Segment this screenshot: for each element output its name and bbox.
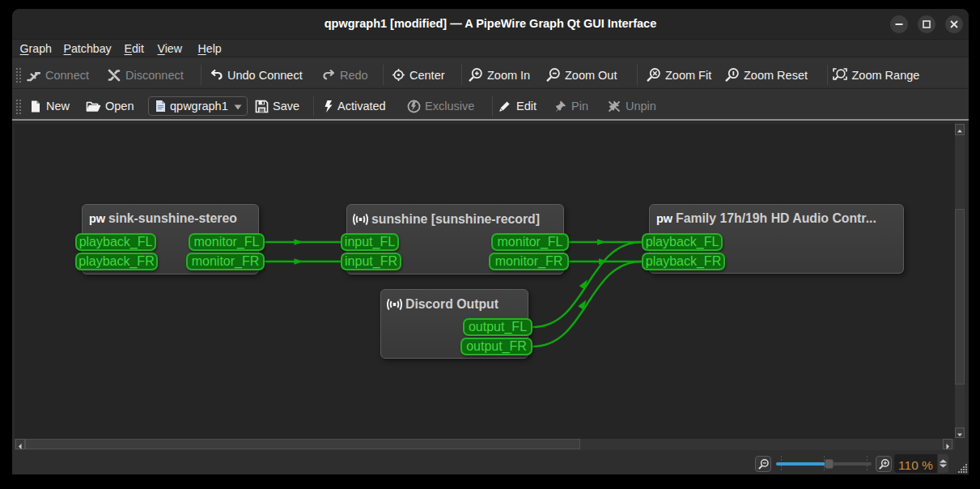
svg-text:pw: pw <box>89 213 106 225</box>
svg-text:pw: pw <box>656 213 673 225</box>
